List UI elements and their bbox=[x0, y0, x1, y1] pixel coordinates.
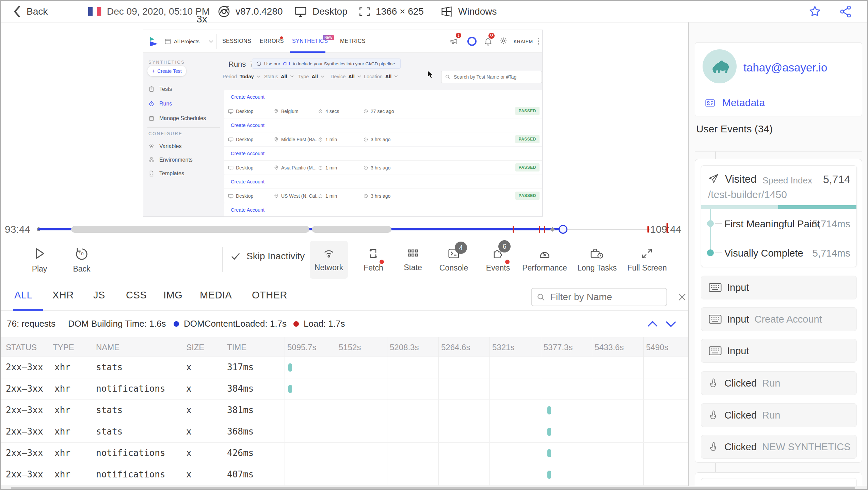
tab-xhr[interactable]: XHR bbox=[52, 290, 74, 301]
timeline-remaining[interactable] bbox=[563, 229, 650, 230]
browser-version: v87.0.4280 bbox=[236, 6, 283, 17]
cli-link: CLI bbox=[283, 61, 290, 66]
user-email-link[interactable]: tahay@asayer.io bbox=[743, 61, 827, 74]
request-row[interactable]: 2xx–3xxxhr statsx 381ms bbox=[1, 400, 688, 421]
events-count-badge: 6 bbox=[498, 240, 511, 252]
status-badge: PASSED bbox=[515, 135, 540, 143]
favorite-button[interactable] bbox=[808, 1, 822, 22]
events-alert-dot bbox=[505, 260, 510, 264]
back-label: Back bbox=[27, 6, 48, 17]
browser-info: v87.0.4280 bbox=[218, 1, 283, 22]
fetch-panel-button[interactable]: Fetch bbox=[353, 240, 394, 280]
wifi-icon bbox=[322, 247, 336, 260]
event-item-clicked[interactable]: Clicked Run bbox=[701, 403, 857, 427]
chevron-down-icon bbox=[357, 75, 361, 78]
player-controls: Play 10 Back 3x Skip Inactivity Network … bbox=[1, 240, 688, 280]
network-panel: ALL XHR JS CSS IMG MEDIA OTHER 76: reque… bbox=[1, 280, 688, 490]
request-row[interactable]: 2xx–3xxxhr statsx 317ms bbox=[1, 357, 688, 378]
close-panel-button[interactable] bbox=[677, 292, 687, 302]
app-search-box bbox=[441, 71, 542, 83]
performance-panel-button[interactable]: Performance bbox=[524, 240, 565, 280]
event-item-clicked[interactable]: Clicked NEW SYNTHETICS bbox=[701, 435, 857, 459]
visited-label: Visited bbox=[725, 173, 757, 185]
request-timing-bar bbox=[547, 449, 551, 457]
event-item-input[interactable]: Input bbox=[701, 276, 857, 299]
col-t7: 5490s bbox=[646, 343, 668, 352]
tab-errors: ERRORS bbox=[260, 38, 284, 44]
timer-icon bbox=[318, 193, 323, 199]
inactivity-bar bbox=[71, 226, 309, 233]
tab-img[interactable]: IMG bbox=[163, 290, 182, 301]
tab-other[interactable]: OTHER bbox=[252, 290, 287, 301]
playback-timeline: 93:44 109:44 bbox=[1, 217, 688, 240]
status-badge: PASSED bbox=[515, 163, 540, 172]
calendar-icon bbox=[148, 115, 155, 121]
network-panel-button[interactable]: Network bbox=[310, 241, 348, 279]
event-item-clicked[interactable]: Clicked Run bbox=[701, 371, 857, 395]
metadata-button[interactable]: Metadata bbox=[704, 97, 765, 109]
close-icon bbox=[677, 292, 687, 302]
scrollbar-thumb[interactable] bbox=[11, 487, 855, 490]
bell-badge: 33 bbox=[488, 33, 495, 39]
col-status: STATUS bbox=[6, 343, 37, 352]
horizontal-scrollbar[interactable] bbox=[1, 486, 867, 490]
events-panel-button[interactable]: Events bbox=[478, 240, 518, 280]
location-pin-icon bbox=[274, 165, 279, 170]
network-tabs-bar: ALL XHR JS CSS IMG MEDIA OTHER bbox=[1, 280, 688, 311]
request-row[interactable]: 2xx–3xxxhr notificationsx 407ms bbox=[1, 464, 688, 486]
back-button[interactable]: Back bbox=[12, 1, 48, 22]
tab-css[interactable]: CSS bbox=[126, 290, 147, 301]
visited-event-card[interactable]: Visited Speed Index 5,714 /test-builder/… bbox=[701, 165, 857, 267]
speed-button[interactable]: 3x bbox=[196, 13, 207, 25]
visited-url: /test-builder/1450 bbox=[708, 189, 787, 200]
request-row[interactable]: 2xx–3xxxhr notificationsx 384ms bbox=[1, 378, 688, 400]
vc-value: 5,714ms bbox=[813, 248, 850, 259]
jump-down-button[interactable] bbox=[665, 320, 677, 328]
sidebar-item-templates: Templates bbox=[148, 170, 184, 177]
col-size: SIZE bbox=[186, 343, 204, 352]
tab-media[interactable]: MEDIA bbox=[200, 290, 232, 301]
request-row[interactable]: 2xx–3xxxhr statsx 368ms bbox=[1, 421, 688, 443]
paper-plane-icon bbox=[708, 173, 719, 184]
share-button[interactable] bbox=[839, 1, 852, 22]
fullscreen-button[interactable]: Full Screen bbox=[627, 240, 668, 280]
asayer-logo-icon bbox=[148, 36, 160, 47]
play-button[interactable]: Play bbox=[19, 240, 60, 280]
hand-pointer-icon bbox=[709, 378, 719, 389]
user-events-title: User Events (34) bbox=[696, 123, 773, 135]
active-tab-underline bbox=[290, 51, 325, 53]
monitor-icon bbox=[228, 165, 234, 170]
network-filter-input[interactable] bbox=[549, 291, 662, 303]
tab-all[interactable]: ALL bbox=[14, 290, 32, 301]
event-marker bbox=[513, 226, 514, 233]
clipboard-icon bbox=[148, 86, 155, 92]
active-tab-underline bbox=[13, 309, 43, 311]
skip-inactivity-toggle[interactable]: Skip Inactivity bbox=[231, 251, 305, 262]
tab-js[interactable]: JS bbox=[93, 290, 105, 301]
back-10s-button[interactable]: 10 Back bbox=[61, 240, 102, 280]
load-time: Load: 1.7s bbox=[293, 318, 345, 329]
col-t2: 5208.3s bbox=[390, 343, 419, 352]
event-marker bbox=[544, 226, 545, 233]
create-test-label: Create Test bbox=[157, 68, 181, 74]
sidebar-item-runs: Runs bbox=[148, 101, 172, 107]
resolution-label: 1366 × 625 bbox=[376, 6, 424, 17]
play-icon bbox=[32, 246, 47, 261]
fetch-alert-dot bbox=[380, 260, 384, 264]
event-item-input[interactable]: Input bbox=[701, 339, 857, 363]
col-t1: 5152s bbox=[339, 343, 361, 352]
mouse-cursor-icon bbox=[427, 70, 434, 79]
event-item-input[interactable]: Input Create Account bbox=[701, 307, 857, 331]
state-panel-button[interactable]: State bbox=[392, 240, 433, 280]
col-type: TYPE bbox=[53, 343, 74, 352]
network-filter-box[interactable] bbox=[531, 288, 667, 306]
app-search-input bbox=[453, 74, 538, 80]
jump-up-button[interactable] bbox=[647, 320, 658, 328]
col-t0: 5095.7s bbox=[287, 343, 316, 352]
console-panel-button[interactable]: Console bbox=[433, 240, 474, 280]
request-row[interactable]: 2xx–3xxxhr notificationsx 426ms bbox=[1, 443, 688, 464]
current-time: 93:44 bbox=[5, 224, 30, 235]
metric-connector bbox=[710, 209, 711, 253]
playhead[interactable] bbox=[559, 225, 567, 234]
long-tasks-panel-button[interactable]: Long Tasks bbox=[577, 240, 617, 280]
